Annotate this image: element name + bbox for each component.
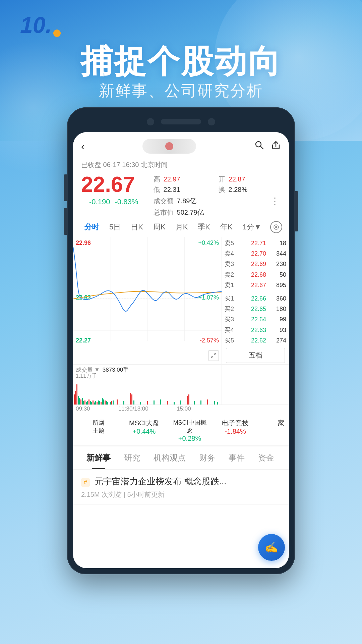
fab-button[interactable]: ✍ — [258, 534, 285, 561]
search-icon[interactable] — [254, 140, 264, 153]
stock-name-blurred — [142, 139, 196, 154]
svg-rect-11 — [74, 394, 75, 405]
svg-rect-34 — [105, 400, 106, 405]
tab-weekk[interactable]: 周K — [148, 220, 170, 234]
svg-rect-35 — [106, 401, 107, 405]
sector-home[interactable]: 家 — [261, 419, 289, 442]
svg-rect-21 — [87, 401, 88, 405]
order-book: 卖5 22.71 18 卖4 22.70 344 卖3 22.69 230 — [222, 237, 289, 364]
svg-rect-32 — [102, 398, 103, 405]
svg-rect-46 — [147, 401, 148, 405]
svg-rect-25 — [93, 400, 94, 405]
phone-mockup: ‹ — [67, 107, 295, 574]
buy-2-row: 买2 22.65 180 — [225, 304, 286, 314]
five-gear-button[interactable]: 五档 — [226, 348, 285, 363]
sector-msci-china[interactable]: MSCI中国概念 +0.28% — [170, 419, 210, 442]
stock-market-cap: 总市值 502.79亿 — [154, 208, 216, 217]
stock-turnover: 成交额 7.89亿 ⋮ — [154, 196, 281, 207]
svg-rect-26 — [94, 402, 95, 405]
news-title: 元宇宙潜力企业榜发布 概念股跌... — [95, 476, 226, 486]
svg-rect-29 — [98, 400, 99, 405]
tab-research[interactable]: 研究 — [117, 446, 147, 469]
volume-value: 3873.00手 — [103, 366, 129, 374]
svg-rect-44 — [133, 400, 134, 405]
tab-capital[interactable]: 资金 — [251, 446, 281, 469]
tab-minute[interactable]: 分时 — [80, 220, 104, 234]
phone-notch — [73, 113, 289, 130]
svg-rect-15 — [79, 398, 80, 405]
phone-frame: ‹ — [67, 107, 295, 574]
time-end: 15:00 — [177, 406, 191, 412]
svg-rect-18 — [83, 401, 84, 405]
tab-news[interactable]: 新鲜事 — [80, 446, 117, 469]
more-options-icon[interactable]: ⋮ — [269, 196, 281, 207]
phone-volume-up — [64, 174, 67, 201]
time-mid: 11:30/13:00 — [118, 406, 148, 412]
tab-seasonk[interactable]: 季K — [193, 220, 215, 234]
tab-dayk[interactable]: 日K — [126, 220, 148, 234]
buy-4-row: 买4 22.63 93 — [225, 325, 286, 335]
svg-rect-42 — [130, 393, 131, 405]
svg-rect-51 — [180, 400, 181, 405]
back-button[interactable]: ‹ — [81, 140, 85, 153]
svg-rect-14 — [78, 396, 79, 405]
tab-5day[interactable]: 5日 — [105, 220, 125, 234]
volume-chart: 成交量 ▼ 3873.00手 1.11万手 — [73, 364, 289, 405]
svg-rect-54 — [194, 401, 195, 405]
tab-institution[interactable]: 机构观点 — [147, 446, 192, 469]
buy-3-row: 买3 22.64 99 — [225, 314, 286, 325]
phone-power-button — [295, 191, 298, 231]
svg-rect-39 — [113, 400, 114, 405]
app-logo: 10. — [20, 13, 61, 37]
news-item-1[interactable]: # 元宇宙潜力企业榜发布 概念股跌... 2.15M 次浏览 | 5小时前更新 — [73, 470, 289, 505]
fullscreen-icon[interactable] — [270, 221, 282, 233]
sector-theme[interactable]: 所属 主题 — [78, 419, 119, 442]
svg-rect-45 — [140, 402, 141, 405]
sector-esports[interactable]: 电子竞技 -1.84% — [215, 419, 255, 442]
logo-text: 10. — [20, 13, 52, 36]
stock-change: -0.190 -0.83% — [81, 197, 148, 209]
news-content: # 元宇宙潜力企业榜发布 概念股跌... — [81, 475, 281, 488]
svg-rect-23 — [90, 401, 91, 405]
time-axis: 09:30 11:30/13:00 15:00 — [73, 405, 289, 413]
svg-rect-30 — [99, 401, 100, 405]
tab-finance[interactable]: 财务 — [192, 446, 222, 469]
time-start: 09:30 — [76, 406, 90, 412]
svg-rect-36 — [107, 402, 108, 405]
stock-price: 22.67 — [81, 172, 148, 197]
sell-2-row: 卖2 22.68 50 — [225, 270, 286, 280]
sell-4-row: 卖4 22.70 344 — [225, 249, 286, 259]
tab-1min[interactable]: 1分▼ — [238, 220, 266, 234]
tab-events[interactable]: 事件 — [222, 446, 251, 469]
tab-yeark[interactable]: 年K — [216, 220, 237, 234]
buy-5-row: 买5 22.62 274 — [225, 335, 286, 346]
buy-1-row: 买1 22.66 360 — [225, 293, 286, 304]
volume-bars-svg — [73, 378, 221, 405]
main-chart: 22.96 22.63 22.27 +0.42% +1.07% -2.57% — [73, 237, 222, 364]
svg-rect-58 — [217, 402, 218, 405]
price-chart-svg — [73, 237, 222, 364]
chart-tabs: 分时 5日 日K 周K 月K 季K 年K 1分▼ — [73, 217, 289, 237]
svg-rect-56 — [207, 399, 208, 405]
svg-rect-57 — [214, 401, 215, 405]
hero-title: 捕捉个股动向 — [0, 40, 362, 84]
svg-rect-28 — [97, 402, 98, 405]
expand-chart-icon[interactable] — [208, 350, 219, 361]
svg-rect-37 — [110, 402, 111, 405]
phone-volume-down — [64, 208, 67, 235]
tab-monthk[interactable]: 月K — [171, 220, 193, 234]
sector-msci-large[interactable]: MSCI大盘 +0.44% — [124, 419, 164, 442]
front-camera — [147, 118, 154, 125]
stock-change-val: -0.190 — [89, 198, 110, 206]
hero-subtitle: 新鲜事、公司研究分析 — [0, 80, 362, 101]
stock-change-pct: -0.83% — [115, 198, 138, 206]
sell-3-row: 卖3 22.69 230 — [225, 259, 286, 269]
chart-container: 22.96 22.63 22.27 +0.42% +1.07% -2.57% — [73, 237, 289, 364]
news-tag: # — [81, 478, 90, 487]
svg-rect-31 — [101, 402, 102, 405]
share-icon[interactable] — [271, 140, 281, 153]
sell-5-row: 卖5 22.71 18 — [225, 238, 286, 249]
svg-rect-12 — [75, 391, 76, 405]
earpiece — [161, 119, 201, 124]
header-icons — [254, 140, 281, 153]
